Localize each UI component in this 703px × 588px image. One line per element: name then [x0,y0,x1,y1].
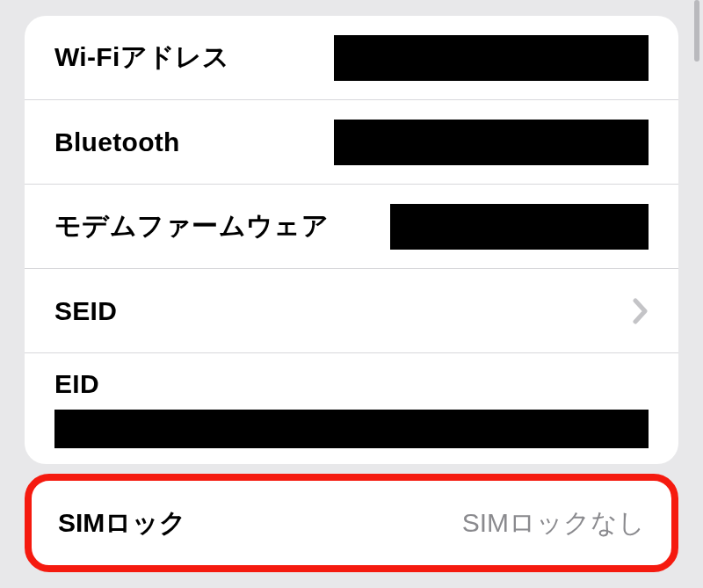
scroll-indicator[interactable] [694,0,699,62]
row-eid: EID [25,353,678,464]
row-modem-firmware: モデムファームウェア [25,185,678,269]
bluetooth-value-redacted [334,120,649,165]
bluetooth-label: Bluetooth [54,127,180,157]
row-wifi-address: Wi-Fiアドレス [25,16,678,100]
sim-lock-label: SIMロック [58,505,186,541]
row-seid[interactable]: SEID [25,269,678,353]
modem-firmware-value-redacted [390,204,649,250]
modem-firmware-label: モデムファームウェア [54,208,329,244]
eid-label: EID [54,369,649,399]
settings-card: Wi-Fiアドレス Bluetooth モデムファームウェア SEID EID [25,16,678,464]
eid-value-redacted [54,410,649,448]
row-bluetooth: Bluetooth [25,100,678,185]
wifi-address-value-redacted [334,35,649,81]
wifi-address-label: Wi-Fiアドレス [54,40,230,76]
row-sim-lock-highlighted: SIMロック SIMロックなし [25,474,678,572]
sim-lock-value: SIMロックなし [462,505,645,541]
seid-label: SEID [54,296,117,326]
chevron-right-icon [633,298,649,324]
